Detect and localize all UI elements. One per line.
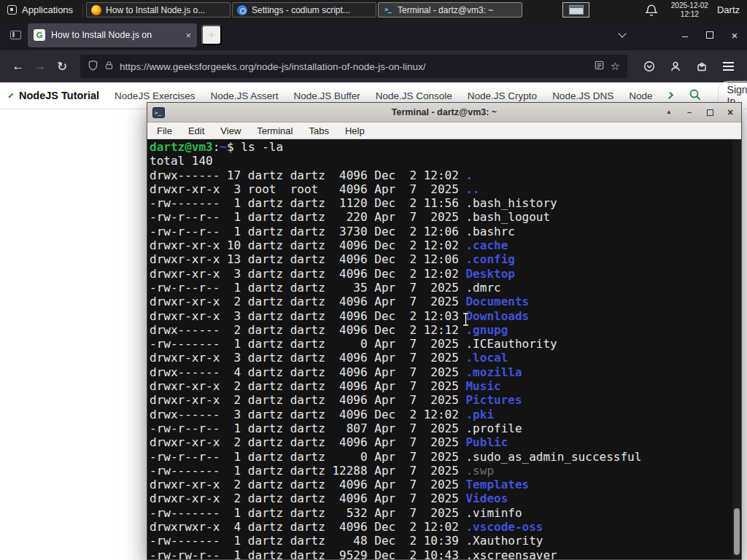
file-name: .ICEauthority [465,337,557,351]
search-icon[interactable] [689,88,702,104]
url-bar[interactable]: https://www.geeksforgeeks.org/node-js/in… [80,55,627,78]
settings-icon [237,5,247,15]
directory-name: Music [465,379,500,393]
directory-name: .vscode-oss [465,520,543,534]
terminal-menu-view[interactable]: View [220,125,241,136]
list-all-tabs-button[interactable] [610,20,635,50]
pocket-icon[interactable] [638,55,661,77]
reload-button[interactable]: ↻ [51,55,73,77]
terminal-scrollbar[interactable] [732,139,741,559]
directory-name: .gnupg [465,323,508,337]
terminal-line: drwxr-xr-x 2 dartz dartz 4096 Apr 7 2025… [150,393,741,407]
terminal-line: drwxr-xr-x 2 dartz dartz 4096 Apr 7 2025… [150,379,741,393]
terminal-shade-button[interactable]: ▲ [663,106,675,118]
file-name: .viminfo [465,506,522,520]
nav-item-node-truncated[interactable]: Node [629,90,652,101]
nav-item-nodejs-exercises[interactable]: NodeJS Exercises [115,90,195,101]
terminal-line: drwxrwxr-x 4 dartz dartz 4096 Dec 2 12:0… [150,520,741,534]
file-name: .bash_logout [465,210,550,224]
terminal-line: -rw------- 1 dartz dartz 532 Apr 7 2025 … [150,506,741,520]
directory-name: .mozilla [465,365,522,379]
workspace-switcher[interactable] [562,2,589,18]
applications-menu[interactable]: Applications [0,0,80,20]
terminal-line: -rw-r--r-- 1 dartz dartz 807 Apr 7 2025 … [150,421,741,435]
terminal-maximize-button[interactable] [704,109,716,116]
tab-favicon: G [34,29,45,41]
browser-close-button[interactable]: × [722,20,747,50]
terminal-scrollbar-thumb[interactable] [734,508,740,555]
nav-item-nodejs-buffer[interactable]: Node.JS Buffer [293,90,360,101]
directory-name: .cache [465,238,508,252]
terminal-line: -rw-r--r-- 1 dartz dartz 220 Apr 7 2025 … [150,210,741,224]
nav-item-nodejs-tutorial[interactable]: NodeJS Tutorial [19,90,99,101]
account-icon[interactable] [664,55,687,77]
chevron-down-icon [618,29,626,37]
terminal-prompt-line: dartz@vm3:~$ ls -la [150,140,741,154]
tab-close-icon[interactable]: × [185,31,191,40]
terminal-line: -rw------- 1 dartz dartz 12288 Apr 7 202… [150,464,741,478]
user-menu[interactable]: Dartz [717,4,740,15]
chevron-left-icon[interactable] [8,93,13,98]
directory-name: Public [465,435,508,449]
prompt-user-host: dartz@vm3 [150,140,213,154]
firefox-view-icon[interactable] [6,26,25,44]
tab-title: How to Install Node.js on [51,30,179,40]
terminal-screen[interactable]: dartz@vm3:~$ ls -la total 140 drwx------… [147,139,741,559]
url-text: https://www.geeksforgeeks.org/node-js/in… [120,61,588,72]
terminal-menu-help[interactable]: Help [345,125,365,136]
applications-icon [7,5,17,15]
terminal-line: drwxr-xr-x 3 dartz dartz 4096 Dec 2 12:0… [150,267,741,281]
workspace-window-thumbnail [569,5,584,15]
file-name: .dmrc [465,281,500,295]
terminal-line: drwxr-xr-x 2 dartz dartz 4096 Apr 7 2025… [150,478,741,491]
nav-item-nodejs-console[interactable]: Node.JS Console [376,90,452,101]
taskbar-item-settings[interactable]: Settings - codium script... [232,2,376,18]
extensions-icon[interactable] [690,55,713,77]
nav-item-nodejs-crypto[interactable]: Node.JS Crypto [468,90,537,101]
browser-maximize-button[interactable] [697,20,722,50]
clock-time: 12:12 [671,10,708,19]
browser-tab[interactable]: G How to Install Node.js on × [28,23,197,47]
chevron-right-icon[interactable] [667,92,674,99]
terminal-line: drwxr-xr-x 2 dartz dartz 4096 Apr 7 2025… [150,491,741,505]
terminal-minimize-button[interactable]: – [684,106,695,118]
terminal-menu-file[interactable]: File [157,125,172,136]
clock[interactable]: 2025-12-02 12:12 [671,1,708,19]
lock-icon[interactable] [104,61,114,72]
terminal-line: -rw------- 1 dartz dartz 0 Apr 7 2025 .I… [150,337,741,351]
terminal-close-button[interactable]: × [724,106,736,118]
terminal-line: drwxr-xr-x 2 dartz dartz 4096 Apr 7 2025… [150,435,741,449]
reader-mode-icon[interactable] [594,60,605,73]
terminal-title-bar[interactable]: >_ Terminal - dartz@vm3: ~ ▲ – × [147,103,741,122]
menu-icon[interactable] [716,55,740,77]
taskbar-item-label: Terminal - dartz@vm3: ~ [398,5,493,15]
terminal-output: dartz@vm3:~$ ls -la total 140 drwx------… [150,140,741,559]
back-button[interactable]: ← [7,55,29,77]
terminal-total-line: total 140 [150,154,741,168]
file-name: .xscreensaver [465,548,557,559]
taskbar-item-terminal[interactable]: >_ Terminal - dartz@vm3: ~ [378,2,522,18]
browser-minimize-button[interactable]: – [673,20,697,50]
file-name: .bash_history [465,196,557,210]
svg-text:>_: >_ [155,110,161,116]
clock-date: 2025-12-02 [671,1,708,10]
bookmark-star-icon[interactable]: ☆ [611,60,620,73]
maximize-icon [707,109,713,116]
nav-item-nodejs-assert[interactable]: Node.JS Assert [210,90,278,101]
terminal-menu-tabs[interactable]: Tabs [309,125,328,136]
browser-toolbar: ← → ↻ https://www.geeksforgeeks.org/node… [0,50,747,82]
taskbar-item-firefox[interactable]: How to Install Node.js o... [86,2,231,18]
terminal-line: drwx------ 3 dartz dartz 4096 Dec 2 12:0… [150,408,741,421]
new-tab-button[interactable]: + [201,25,222,45]
terminal-window: >_ Terminal - dartz@vm3: ~ ▲ – × File Ed… [147,102,742,560]
notification-bell-icon[interactable] [645,4,658,17]
terminal-menu-terminal[interactable]: Terminal [257,125,293,136]
terminal-menu-edit[interactable]: Edit [188,125,204,136]
directory-name: Downloads [465,309,529,323]
terminal-line: drwxr-xr-x 10 dartz dartz 4096 Dec 2 12:… [150,238,741,252]
terminal-icon: >_ [383,5,393,15]
tracking-shield-icon[interactable] [88,60,98,73]
nav-item-nodejs-dns[interactable]: Node.JS DNS [552,90,614,101]
forward-button[interactable]: → [29,55,51,77]
browser-tab-bar: G How to Install Node.js on × + – × [0,20,747,50]
